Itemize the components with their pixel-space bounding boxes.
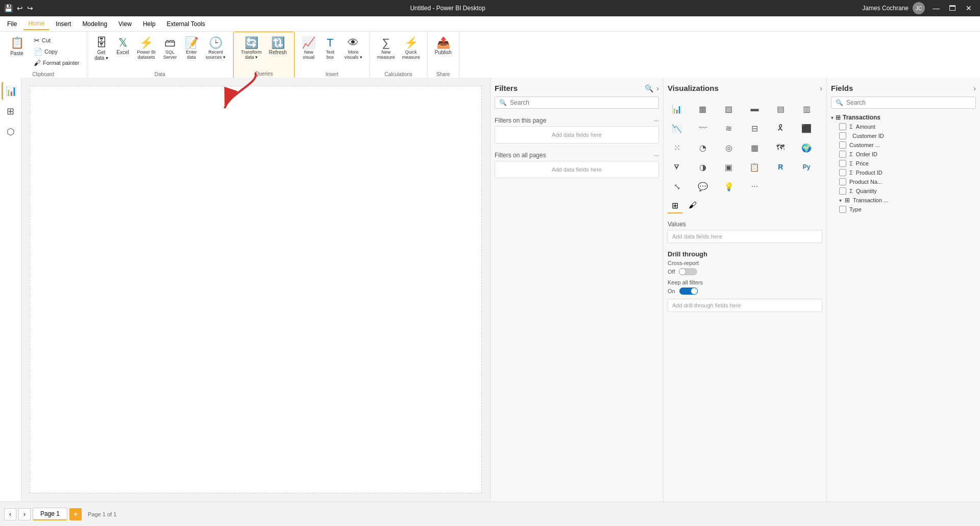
copy-button[interactable]: 📄 Copy <box>31 46 83 57</box>
field-quantity-check[interactable] <box>839 187 846 195</box>
field-price-check[interactable] <box>839 160 846 167</box>
field-amount[interactable]: Σ Amount <box>831 122 976 131</box>
more-visuals-button[interactable]: 👁 More visuals ▾ <box>341 34 365 69</box>
field-customer-id-check[interactable] <box>839 132 846 139</box>
fields-search-input[interactable] <box>846 99 971 106</box>
page-prev-button[interactable]: ‹ <box>4 508 16 520</box>
field-transaction[interactable]: ▾ ⊞ Transaction ... <box>831 196 976 205</box>
viz-area-chart[interactable]: 〰 <box>694 119 712 137</box>
viz-decomp[interactable]: ⤡ <box>668 177 686 196</box>
viz-gauge[interactable]: ◑ <box>694 158 712 176</box>
data-view-icon[interactable]: ⊞ <box>2 102 20 121</box>
viz-bar-chart[interactable]: 📊 <box>668 100 686 118</box>
viz-donut[interactable]: ◎ <box>720 138 738 157</box>
add-page-button[interactable]: + <box>69 508 82 520</box>
menu-insert[interactable]: Insert <box>51 18 76 30</box>
keep-filters-toggle-track[interactable] <box>679 288 698 295</box>
menu-file[interactable]: File <box>2 18 22 30</box>
transform-data-button[interactable]: 🔄 Transform data ▾ <box>238 34 265 69</box>
filters-all-pages-more[interactable]: ··· <box>654 152 659 159</box>
filters-expand-icon[interactable]: › <box>656 84 659 92</box>
viz-stacked-bar[interactable]: ▦ <box>694 100 712 118</box>
field-customer-id[interactable]: Customer ID <box>831 131 976 140</box>
viz-100-bar[interactable]: ▨ <box>720 100 738 118</box>
excel-button[interactable]: 𝕏 Excel <box>113 34 133 69</box>
filters-all-pages-drop-zone[interactable]: Add data fields here <box>495 161 659 178</box>
menu-view[interactable]: View <box>113 18 137 30</box>
viz-stacked-area[interactable]: ≋ <box>720 119 738 137</box>
powerbi-datasets-button[interactable]: ⚡ Power BI datasets <box>134 34 159 69</box>
field-type-check[interactable] <box>839 206 846 213</box>
viz-smart[interactable]: 💡 <box>720 177 738 196</box>
redo-icon[interactable]: ↪ <box>27 4 33 12</box>
viz-treemap[interactable]: ▦ <box>745 138 764 157</box>
publish-button[interactable]: 📤 Publish <box>432 34 455 69</box>
viz-line-column[interactable]: ⊟ <box>745 119 764 137</box>
format-painter-button[interactable]: 🖌 Format painter <box>31 58 83 68</box>
cut-button[interactable]: ✂ Cut <box>31 35 83 45</box>
page-tab-1[interactable]: Page 1 <box>33 508 67 520</box>
field-product-name[interactable]: Product Na... <box>831 177 976 186</box>
filters-search-input[interactable] <box>510 99 654 106</box>
field-customer-name[interactable]: Customer ... <box>831 140 976 150</box>
field-quantity[interactable]: Σ Quantity <box>831 186 976 196</box>
viz-kpi[interactable]: 📋 <box>745 158 764 176</box>
maximize-button[interactable]: 🗖 <box>945 1 960 15</box>
field-order-id-check[interactable] <box>839 151 846 158</box>
save-icon[interactable]: 💾 <box>4 4 13 12</box>
recent-sources-button[interactable]: 🕒 Recent sources ▾ <box>203 34 229 69</box>
cross-report-toggle[interactable] <box>679 268 697 275</box>
menu-external-tools[interactable]: External Tools <box>162 18 210 30</box>
field-price[interactable]: Σ Price <box>831 159 976 168</box>
quick-measure-button[interactable]: ⚡ Quick measure <box>399 34 423 69</box>
viz-100-horizontal[interactable]: ▥ <box>797 100 816 118</box>
viz-stacked-horizontal[interactable]: ▤ <box>771 100 790 118</box>
field-product-id-check[interactable] <box>839 169 846 176</box>
text-box-button[interactable]: T Text box <box>320 34 340 69</box>
viz-scatter[interactable]: ⁙ <box>668 138 686 157</box>
drill-drop-zone[interactable]: Add drill-through fields here <box>668 299 822 312</box>
refresh-button[interactable]: 🔃 Refresh <box>266 34 290 69</box>
menu-modeling[interactable]: Modeling <box>77 18 112 30</box>
report-view-icon[interactable]: 📊 <box>2 82 20 100</box>
viz-tab-build[interactable]: ⊞ <box>668 199 682 213</box>
minimize-button[interactable]: — <box>929 1 943 15</box>
viz-r-visual[interactable]: R <box>771 158 790 176</box>
fields-search-box[interactable]: 🔍 <box>831 97 976 109</box>
filters-search-box[interactable]: 🔍 <box>495 97 659 109</box>
filters-on-page-more[interactable]: ··· <box>654 117 659 124</box>
viz-bar-horizontal[interactable]: ▬ <box>745 100 764 118</box>
paste-button[interactable]: 📋 Paste <box>4 34 30 69</box>
window-controls[interactable]: — 🗖 ✕ <box>929 1 976 15</box>
viz-ribbon[interactable]: 🎗 <box>771 119 790 137</box>
viz-card[interactable]: ▣ <box>720 158 738 176</box>
viz-expand-icon[interactable]: › <box>820 84 822 92</box>
cross-report-toggle-track[interactable] <box>679 268 697 275</box>
close-button[interactable]: ✕ <box>962 1 976 15</box>
new-measure-button[interactable]: ∑ New measure <box>374 34 398 69</box>
viz-values-drop-zone[interactable]: Add data fields here <box>668 230 822 243</box>
viz-waterfall[interactable]: ⬛ <box>797 119 816 137</box>
menu-home[interactable]: Home <box>23 18 50 30</box>
get-data-button[interactable]: 🗄 Get data ▾ <box>91 34 112 69</box>
viz-speech-bubble[interactable]: 💬 <box>694 177 712 196</box>
page-next-button[interactable]: › <box>18 508 31 520</box>
viz-filled-map[interactable]: 🌍 <box>797 138 816 157</box>
viz-pie[interactable]: ◔ <box>694 138 712 157</box>
field-customer-name-check[interactable] <box>839 141 846 149</box>
fields-collapse-icon[interactable]: › <box>973 84 976 92</box>
menu-help[interactable]: Help <box>138 18 161 30</box>
transactions-group-header[interactable]: ▾ ⊞ Transactions <box>831 113 976 122</box>
viz-python[interactable]: Py <box>797 158 816 176</box>
undo-icon[interactable]: ↩ <box>17 4 23 12</box>
filters-search-icon[interactable]: 🔍 <box>645 84 653 92</box>
model-view-icon[interactable]: ⬡ <box>2 123 20 141</box>
filters-on-page-drop-zone[interactable]: Add data fields here <box>495 126 659 144</box>
viz-tab-format[interactable]: 🖌 <box>684 199 701 213</box>
field-product-name-check[interactable] <box>839 178 846 185</box>
report-canvas[interactable] <box>30 86 482 493</box>
sql-server-button[interactable]: 🗃 SQL Server <box>160 34 180 69</box>
new-visual-button[interactable]: 📈 New visual <box>299 34 319 69</box>
keep-filters-toggle[interactable] <box>679 288 698 295</box>
field-type[interactable]: Type <box>831 205 976 214</box>
